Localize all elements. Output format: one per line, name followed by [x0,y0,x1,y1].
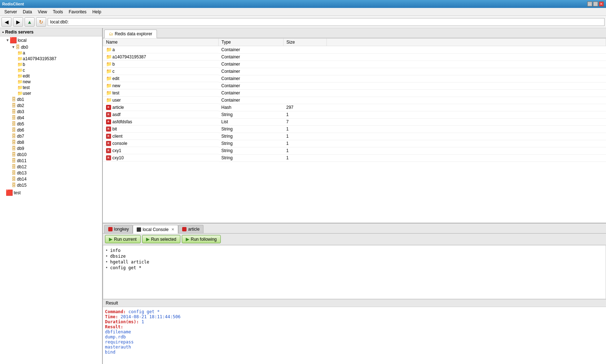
table-row[interactable]: 📁 edit Container [103,75,606,82]
console-tab-longkey[interactable]: longkey [104,225,133,233]
row-type: String [219,125,284,133]
other-dbs: 🗄 db1 🗄 db2 🗄 db3 🗄 db4 🗄 db5 🗄 d [0,96,102,188]
table-row[interactable]: 📁 a Container [103,46,606,54]
tab-redis-explorer[interactable]: 🗂 Redis data explorer [104,30,157,38]
tree-collapse-icon[interactable]: ▪ [2,30,4,35]
tree-item-db4[interactable]: 🗄 db4 [0,115,102,121]
tree-item-folder-user[interactable]: 📁 user [0,90,102,96]
tree-item-db5[interactable]: 🗄 db5 [0,121,102,127]
left-panel: ▪ Redis servers ▼ 🟥 local ▼ 🗄 db0 [0,28,103,364]
table-row[interactable]: 📁 b Container [103,61,606,68]
row-name: bit [113,126,117,132]
row-name: asdf [113,112,121,117]
menu-data[interactable]: Data [20,9,35,15]
row-name: user [113,98,121,103]
run-current-button[interactable]: ▶ Run current [105,235,141,243]
expand-local[interactable]: ▼ [6,38,9,42]
console-tab-local[interactable]: local Console ✕ [133,225,178,234]
menu-help[interactable]: Help [89,9,104,15]
back-button[interactable]: ◀ [1,17,12,27]
tree-root: ▼ 🟥 local ▼ 🗄 db0 📁 a [0,36,102,196]
menu-server[interactable]: Server [1,9,20,15]
tree-item-folder-c[interactable]: 📁 c [0,67,102,73]
tree-item-db1[interactable]: 🗄 db1 [0,96,102,102]
tree-item-db12[interactable]: 🗄 db12 [0,164,102,170]
result-duration-line: Duration(ms): 1 [105,319,604,324]
tree-item-db0[interactable]: ▼ 🗄 db0 [0,44,102,50]
command-label: Command: [105,309,126,314]
table-row[interactable]: R console String 1 [103,140,606,147]
table-row[interactable]: R asfdfdsfas List 7 [103,118,606,125]
table-row[interactable]: 📁 user Container [103,97,606,104]
menu-tools[interactable]: Tools [50,9,66,15]
result-time-line: Time: 2014-08-21 18:11:44:506 [105,314,604,319]
menu-favorites[interactable]: Favorites [66,9,89,15]
row-name: edit [113,76,119,81]
tree-item-db9[interactable]: 🗄 db9 [0,145,102,151]
tree-item-db15[interactable]: 🗄 db15 [0,182,102,188]
tree-item-db7[interactable]: 🗄 db7 [0,133,102,139]
right-panel: 🗂 Redis data explorer Name Type Size [103,28,606,364]
tree-item-local[interactable]: ▼ 🟥 local [0,36,102,44]
table-row[interactable]: 📁 a1407943195387 Container [103,53,606,61]
tree-item-folder-test[interactable]: 📁 test [0,85,102,90]
tree-item-db14[interactable]: 🗄 db14 [0,176,102,182]
tree-item-db2[interactable]: 🗄 db2 [0,102,102,108]
table-row[interactable]: R cxy1 String 1 [103,147,606,154]
menu-view[interactable]: View [35,9,50,15]
tree-item-db8[interactable]: 🗄 db8 [0,139,102,145]
db-icon-db14: 🗄 [12,176,16,182]
row-size [284,89,327,97]
close-tab-icon[interactable]: ✕ [171,227,174,231]
row-size: 7 [284,118,327,125]
tree-item-folder-a[interactable]: 📁 a [0,50,102,56]
run-selected-button[interactable]: ▶ Run selected [142,235,180,243]
tree-item-folder-a1407[interactable]: 📁 a1407943195387 [0,56,102,62]
row-size [284,53,327,61]
expand-db0[interactable]: ▼ [12,45,15,49]
table-row[interactable]: R cxy10 String 1 [103,154,606,161]
row-size [284,61,327,68]
tree-item-folder-b[interactable]: 📁 b [0,62,102,67]
table-row[interactable]: 📁 c Container [103,68,606,75]
tree-header: ▪ Redis servers [0,28,102,36]
table-row[interactable]: 📁 new Container [103,82,606,89]
tree-label-test-server: test [14,190,21,195]
maximize-button[interactable]: □ [593,1,598,6]
table-row[interactable]: R asdf String 1 [103,111,606,118]
window-controls[interactable]: — □ ✕ [587,1,604,6]
tree-item-db10[interactable]: 🗄 db10 [0,151,102,157]
tree-item-db6[interactable]: 🗄 db6 [0,127,102,133]
row-type: String [219,140,284,147]
close-button[interactable]: ✕ [599,1,604,6]
col-size: Size [284,39,327,46]
tree-item-db13[interactable]: 🗄 db13 [0,170,102,176]
tree-item-db3[interactable]: 🗄 db3 [0,108,102,115]
run-selected-icon: ▶ [146,236,150,242]
result-item: bind [105,350,604,355]
run-selected-label: Run selected [151,237,176,242]
table-row[interactable]: R article Hash 297 [103,104,606,111]
row-extra [327,133,606,140]
address-bar[interactable] [48,18,605,26]
row-type: Container [219,53,284,61]
forward-button[interactable]: ▶ [13,17,23,27]
tree-label-db6: db6 [17,128,24,133]
tree-item-folder-edit[interactable]: 📁 edit [0,73,102,79]
up-button[interactable]: ▲ [25,17,35,27]
tree-item-test-server[interactable]: 🟥 test [0,189,102,196]
db-icon-db10: 🗄 [12,152,16,157]
tree-item-db11[interactable]: 🗄 db11 [0,157,102,164]
table-row[interactable]: 📁 test Container [103,89,606,97]
redis-icon-longkey [108,227,113,231]
console-tab-article[interactable]: article [178,225,203,233]
minimize-button[interactable]: — [587,1,592,6]
db-icon-db3: 🗄 [12,109,16,114]
refresh-button[interactable]: ↻ [36,17,46,27]
run-following-button[interactable]: ▶ Run following [182,235,221,243]
toolbar: ◀ ▶ ▲ ↻ [0,16,606,28]
console-editor[interactable]: infodbsizehgetall articleconfig get * [103,245,606,299]
table-row[interactable]: R bit String 1 [103,125,606,133]
table-row[interactable]: R client String 1 [103,133,606,140]
tree-item-folder-new[interactable]: 📁 new [0,79,102,85]
